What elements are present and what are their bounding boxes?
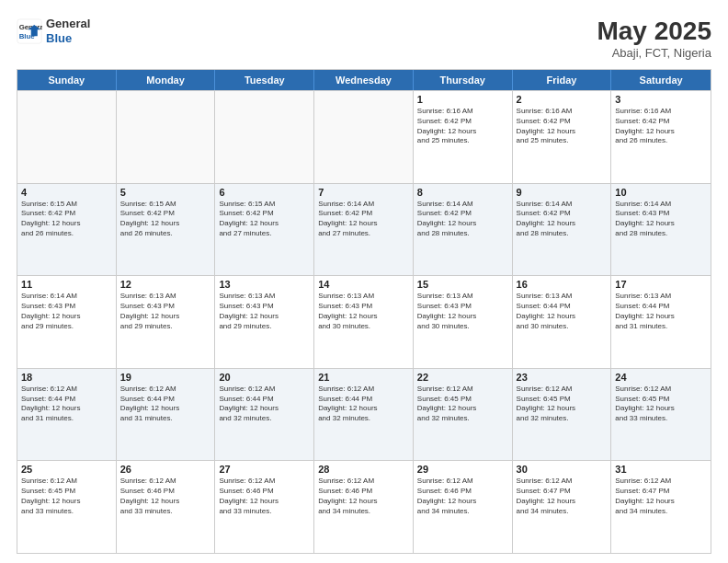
calendar-cell: 12Sunrise: 6:13 AM Sunset: 6:43 PM Dayli…	[117, 276, 216, 368]
calendar-cell: 7Sunrise: 6:14 AM Sunset: 6:42 PM Daylig…	[314, 184, 414, 276]
calendar-cell: 17Sunrise: 6:13 AM Sunset: 6:44 PM Dayli…	[611, 276, 711, 368]
day-number: 25	[21, 464, 112, 475]
calendar-cell: 8Sunrise: 6:14 AM Sunset: 6:42 PM Daylig…	[414, 184, 513, 276]
day-number: 15	[417, 279, 508, 290]
day-number: 30	[517, 464, 608, 475]
calendar-cell: 31Sunrise: 6:12 AM Sunset: 6:47 PM Dayli…	[611, 461, 711, 553]
day-number: 26	[120, 464, 211, 475]
day-number: 20	[219, 372, 310, 383]
cell-detail: Sunrise: 6:16 AM Sunset: 6:42 PM Dayligh…	[517, 107, 608, 146]
cell-detail: Sunrise: 6:12 AM Sunset: 6:46 PM Dayligh…	[120, 477, 211, 516]
calendar-cell: 5Sunrise: 6:15 AM Sunset: 6:42 PM Daylig…	[117, 184, 216, 276]
cell-detail: Sunrise: 6:12 AM Sunset: 6:45 PM Dayligh…	[21, 477, 112, 516]
calendar-cell: 11Sunrise: 6:14 AM Sunset: 6:43 PM Dayli…	[17, 276, 117, 368]
day-number: 8	[417, 187, 508, 198]
logo-line1: General	[46, 17, 90, 31]
calendar-body: 1Sunrise: 6:16 AM Sunset: 6:42 PM Daylig…	[17, 90, 711, 553]
day-number: 6	[219, 187, 310, 198]
calendar-cell: 9Sunrise: 6:14 AM Sunset: 6:42 PM Daylig…	[513, 184, 612, 276]
cell-detail: Sunrise: 6:14 AM Sunset: 6:42 PM Dayligh…	[417, 200, 508, 239]
day-number: 17	[615, 279, 707, 290]
cell-detail: Sunrise: 6:12 AM Sunset: 6:47 PM Dayligh…	[615, 477, 707, 516]
calendar-row-5: 25Sunrise: 6:12 AM Sunset: 6:45 PM Dayli…	[17, 460, 711, 553]
day-number: 7	[318, 187, 409, 198]
cell-detail: Sunrise: 6:15 AM Sunset: 6:42 PM Dayligh…	[120, 200, 211, 239]
cell-detail: Sunrise: 6:12 AM Sunset: 6:44 PM Dayligh…	[219, 385, 310, 424]
day-number: 12	[120, 279, 211, 290]
calendar: SundayMondayTuesdayWednesdayThursdayFrid…	[17, 69, 711, 554]
cell-detail: Sunrise: 6:15 AM Sunset: 6:42 PM Dayligh…	[21, 200, 112, 239]
cell-detail: Sunrise: 6:12 AM Sunset: 6:46 PM Dayligh…	[417, 477, 508, 516]
calendar-cell: 13Sunrise: 6:13 AM Sunset: 6:43 PM Dayli…	[215, 276, 314, 368]
calendar-cell: 29Sunrise: 6:12 AM Sunset: 6:46 PM Dayli…	[414, 461, 513, 553]
svg-text:General: General	[19, 23, 42, 31]
cell-detail: Sunrise: 6:14 AM Sunset: 6:42 PM Dayligh…	[517, 200, 608, 239]
cell-detail: Sunrise: 6:14 AM Sunset: 6:43 PM Dayligh…	[21, 292, 112, 331]
calendar-cell: 19Sunrise: 6:12 AM Sunset: 6:44 PM Dayli…	[117, 369, 216, 461]
header-day-saturday: Saturday	[611, 70, 711, 90]
cell-detail: Sunrise: 6:12 AM Sunset: 6:46 PM Dayligh…	[318, 477, 409, 516]
logo: General Blue General Blue	[17, 17, 90, 45]
calendar-cell: 25Sunrise: 6:12 AM Sunset: 6:45 PM Dayli…	[17, 461, 117, 553]
day-number: 2	[517, 94, 608, 105]
calendar-cell: 23Sunrise: 6:12 AM Sunset: 6:45 PM Dayli…	[513, 369, 612, 461]
day-number: 23	[517, 372, 608, 383]
calendar-row-3: 11Sunrise: 6:14 AM Sunset: 6:43 PM Dayli…	[17, 275, 711, 368]
cell-detail: Sunrise: 6:16 AM Sunset: 6:42 PM Dayligh…	[417, 107, 508, 146]
cell-detail: Sunrise: 6:12 AM Sunset: 6:44 PM Dayligh…	[21, 385, 112, 424]
calendar-cell	[215, 91, 314, 183]
cell-detail: Sunrise: 6:12 AM Sunset: 6:44 PM Dayligh…	[120, 385, 211, 424]
day-number: 27	[219, 464, 310, 475]
calendar-cell	[117, 91, 216, 183]
calendar-cell: 2Sunrise: 6:16 AM Sunset: 6:42 PM Daylig…	[513, 91, 612, 183]
day-number: 9	[517, 187, 608, 198]
cell-detail: Sunrise: 6:13 AM Sunset: 6:43 PM Dayligh…	[120, 292, 211, 331]
calendar-cell: 27Sunrise: 6:12 AM Sunset: 6:46 PM Dayli…	[215, 461, 314, 553]
page: General Blue General Blue May 2025 Abaji…	[0, 0, 728, 563]
calendar-row-1: 1Sunrise: 6:16 AM Sunset: 6:42 PM Daylig…	[17, 90, 711, 183]
calendar-cell: 1Sunrise: 6:16 AM Sunset: 6:42 PM Daylig…	[414, 91, 513, 183]
calendar-row-2: 4Sunrise: 6:15 AM Sunset: 6:42 PM Daylig…	[17, 183, 711, 276]
calendar-cell: 30Sunrise: 6:12 AM Sunset: 6:47 PM Dayli…	[513, 461, 612, 553]
header-day-friday: Friday	[513, 70, 612, 90]
calendar-cell	[17, 91, 117, 183]
calendar-cell: 14Sunrise: 6:13 AM Sunset: 6:43 PM Dayli…	[314, 276, 414, 368]
day-number: 28	[318, 464, 409, 475]
day-number: 18	[21, 372, 112, 383]
day-number: 31	[615, 464, 707, 475]
cell-detail: Sunrise: 6:13 AM Sunset: 6:44 PM Dayligh…	[615, 292, 707, 331]
cell-detail: Sunrise: 6:16 AM Sunset: 6:42 PM Dayligh…	[615, 107, 707, 146]
day-number: 5	[120, 187, 211, 198]
logo-text: General Blue	[46, 17, 90, 45]
cell-detail: Sunrise: 6:12 AM Sunset: 6:45 PM Dayligh…	[417, 385, 508, 424]
cell-detail: Sunrise: 6:13 AM Sunset: 6:43 PM Dayligh…	[417, 292, 508, 331]
day-number: 4	[21, 187, 112, 198]
title-block: May 2025 Abaji, FCT, Nigeria	[597, 17, 711, 60]
day-number: 16	[517, 279, 608, 290]
calendar-header: SundayMondayTuesdayWednesdayThursdayFrid…	[17, 70, 711, 90]
calendar-cell: 22Sunrise: 6:12 AM Sunset: 6:45 PM Dayli…	[414, 369, 513, 461]
calendar-row-4: 18Sunrise: 6:12 AM Sunset: 6:44 PM Dayli…	[17, 368, 711, 461]
header-day-sunday: Sunday	[17, 70, 117, 90]
calendar-cell	[314, 91, 414, 183]
day-number: 22	[417, 372, 508, 383]
day-number: 13	[219, 279, 310, 290]
logo-line2: Blue	[46, 31, 90, 46]
cell-detail: Sunrise: 6:12 AM Sunset: 6:46 PM Dayligh…	[219, 477, 310, 516]
cell-detail: Sunrise: 6:12 AM Sunset: 6:44 PM Dayligh…	[318, 385, 409, 424]
calendar-cell: 16Sunrise: 6:13 AM Sunset: 6:44 PM Dayli…	[513, 276, 612, 368]
day-number: 10	[615, 187, 707, 198]
calendar-cell: 28Sunrise: 6:12 AM Sunset: 6:46 PM Dayli…	[314, 461, 414, 553]
header: General Blue General Blue May 2025 Abaji…	[17, 17, 711, 60]
day-number: 11	[21, 279, 112, 290]
cell-detail: Sunrise: 6:12 AM Sunset: 6:45 PM Dayligh…	[615, 385, 707, 424]
calendar-cell: 21Sunrise: 6:12 AM Sunset: 6:44 PM Dayli…	[314, 369, 414, 461]
calendar-cell: 24Sunrise: 6:12 AM Sunset: 6:45 PM Dayli…	[611, 369, 711, 461]
header-day-thursday: Thursday	[414, 70, 513, 90]
calendar-cell: 3Sunrise: 6:16 AM Sunset: 6:42 PM Daylig…	[611, 91, 711, 183]
day-number: 14	[318, 279, 409, 290]
calendar-cell: 20Sunrise: 6:12 AM Sunset: 6:44 PM Dayli…	[215, 369, 314, 461]
calendar-cell: 10Sunrise: 6:14 AM Sunset: 6:43 PM Dayli…	[611, 184, 711, 276]
day-number: 1	[417, 94, 508, 105]
header-day-tuesday: Tuesday	[215, 70, 314, 90]
